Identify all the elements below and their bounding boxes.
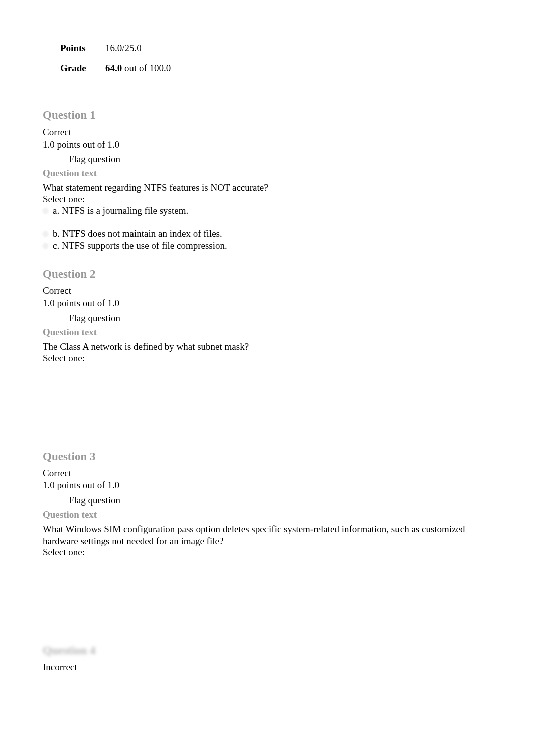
points-text: 1.0 points out of 1.0 <box>43 139 490 151</box>
option-text: b. NTFS does not maintain an index of fi… <box>53 228 490 240</box>
question-text-heading: Question text <box>43 327 490 338</box>
status-text: Incorrect <box>43 661 490 674</box>
question-1: Question 1 Correct 1.0 points out of 1.0… <box>43 109 490 251</box>
grade-label: Grade <box>43 63 105 74</box>
question-3: Question 3 Correct 1.0 points out of 1.0… <box>43 450 490 628</box>
grade-value-rest: out of 100.0 <box>122 63 171 73</box>
points-row: Points 16.0/25.0 <box>43 43 490 54</box>
select-one-label: Select one: <box>43 547 490 558</box>
question-heading: Question 1 <box>43 109 490 122</box>
option-text: c. NTFS supports the use of file compres… <box>53 240 490 252</box>
option-c[interactable]: ○ c. NTFS supports the use of file compr… <box>43 240 490 252</box>
hidden-options <box>43 558 490 628</box>
select-one-label: Select one: <box>43 194 490 205</box>
option-a[interactable]: ○ a. NTFS is a journaling file system. <box>43 205 490 217</box>
summary-table: Points 16.0/25.0 Grade 64.0 out of 100.0 <box>43 43 490 74</box>
question-2: Question 2 Correct 1.0 points out of 1.0… <box>43 268 490 434</box>
option-b[interactable]: ○ b. NTFS does not maintain an index of … <box>43 228 490 240</box>
hidden-options <box>43 364 490 434</box>
grade-value-bold: 64.0 <box>105 63 122 73</box>
grade-value: 64.0 out of 100.0 <box>105 63 171 74</box>
points-text: 1.0 points out of 1.0 <box>43 479 490 492</box>
flag-question-link[interactable]: Flag question <box>43 313 490 324</box>
radio-icon[interactable]: ○ <box>43 228 53 240</box>
question-heading: Question 2 <box>43 268 490 281</box>
question-body: What statement regarding NTFS features i… <box>43 182 490 194</box>
flag-question-link[interactable]: Flag question <box>43 495 490 506</box>
status-text: Correct <box>43 467 490 480</box>
question-text-heading: Question text <box>43 509 490 520</box>
points-text: 1.0 points out of 1.0 <box>43 297 490 310</box>
status-text: Correct <box>43 126 490 139</box>
question-body: What Windows SIM configuration pass opti… <box>43 523 490 547</box>
question-heading: Question 4 <box>43 644 490 657</box>
radio-icon[interactable]: ○ <box>43 240 53 252</box>
option-text: a. NTFS is a journaling file system. <box>53 205 490 217</box>
status-text: Correct <box>43 285 490 297</box>
question-text-heading: Question text <box>43 168 490 179</box>
points-value: 16.0/25.0 <box>105 43 142 54</box>
question-4: Question 4 Incorrect <box>43 644 490 674</box>
flag-question-link[interactable]: Flag question <box>43 154 490 165</box>
question-heading: Question 3 <box>43 450 490 463</box>
radio-icon[interactable]: ○ <box>43 205 53 217</box>
select-one-label: Select one: <box>43 353 490 364</box>
grade-row: Grade 64.0 out of 100.0 <box>43 63 490 74</box>
question-body: The Class A network is defined by what s… <box>43 341 490 353</box>
points-label: Points <box>43 43 105 54</box>
